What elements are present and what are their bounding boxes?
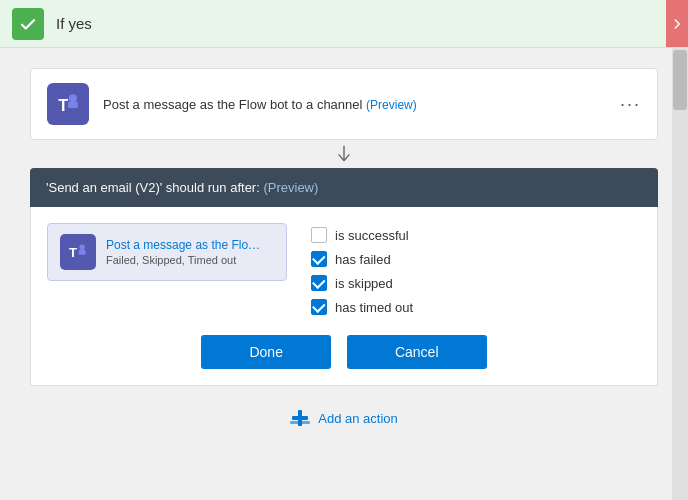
teams-card-text: Post a message as the Flow bot to a chan… bbox=[103, 97, 620, 112]
run-after-header: 'Send an email (V2)' should run after: (… bbox=[30, 168, 658, 207]
checkbox-is-skipped[interactable] bbox=[311, 275, 327, 291]
checkbox-row-timed-out: has timed out bbox=[311, 299, 413, 315]
checkbox-has-timed-out[interactable] bbox=[311, 299, 327, 315]
preview-tag: (Preview) bbox=[366, 98, 417, 112]
add-action-label: Add an action bbox=[318, 411, 398, 426]
scrollbar[interactable] bbox=[672, 48, 688, 500]
cancel-button[interactable]: Cancel bbox=[347, 335, 487, 369]
action-box-icon: T bbox=[60, 234, 96, 270]
svg-point-2 bbox=[69, 94, 77, 102]
action-status: Failed, Skipped, Timed out bbox=[106, 254, 261, 266]
action-box-info: Post a message as the Flow bot... Failed… bbox=[106, 238, 261, 266]
teams-action-card: T Post a message as the Flow bot to a ch… bbox=[30, 68, 658, 140]
arrow-down bbox=[30, 140, 658, 168]
done-button[interactable]: Done bbox=[201, 335, 330, 369]
checkbox-row-skipped: is skipped bbox=[311, 275, 413, 291]
checkbox-has-failed[interactable] bbox=[311, 251, 327, 267]
right-arrow-tab[interactable] bbox=[666, 0, 688, 47]
run-after-preview: (Preview) bbox=[263, 180, 318, 195]
checkboxes-column: is successful has failed is skipped has … bbox=[311, 223, 413, 315]
checkbox-label-successful: is successful bbox=[335, 228, 409, 243]
checkbox-is-successful[interactable] bbox=[311, 227, 327, 243]
checkbox-label-failed: has failed bbox=[335, 252, 391, 267]
action-name: Post a message as the Flow bot... bbox=[106, 238, 261, 252]
run-after-row: T Post a message as the Flow bot... Fail… bbox=[47, 223, 641, 315]
check-icon bbox=[12, 8, 44, 40]
card-menu-button[interactable]: ··· bbox=[620, 94, 641, 115]
svg-rect-11 bbox=[290, 421, 310, 424]
buttons-row: Done Cancel bbox=[47, 335, 641, 369]
add-action-row[interactable]: Add an action bbox=[30, 408, 658, 428]
main-content: T Post a message as the Flow bot to a ch… bbox=[0, 48, 688, 428]
checkbox-label-skipped: is skipped bbox=[335, 276, 393, 291]
svg-rect-3 bbox=[68, 102, 78, 109]
svg-text:T: T bbox=[69, 245, 77, 260]
svg-point-7 bbox=[79, 244, 85, 250]
scrollbar-thumb[interactable] bbox=[673, 50, 687, 110]
add-action-icon bbox=[290, 408, 310, 428]
checkbox-row-successful: is successful bbox=[311, 227, 413, 243]
header-title: If yes bbox=[56, 15, 92, 32]
checkbox-row-failed: has failed bbox=[311, 251, 413, 267]
action-box: T Post a message as the Flow bot... Fail… bbox=[47, 223, 287, 281]
run-after-body: T Post a message as the Flow bot... Fail… bbox=[30, 207, 658, 386]
teams-icon: T bbox=[47, 83, 89, 125]
checkbox-label-timed-out: has timed out bbox=[335, 300, 413, 315]
svg-text:T: T bbox=[58, 96, 68, 114]
header-bar: If yes bbox=[0, 0, 688, 48]
svg-rect-8 bbox=[79, 250, 86, 255]
